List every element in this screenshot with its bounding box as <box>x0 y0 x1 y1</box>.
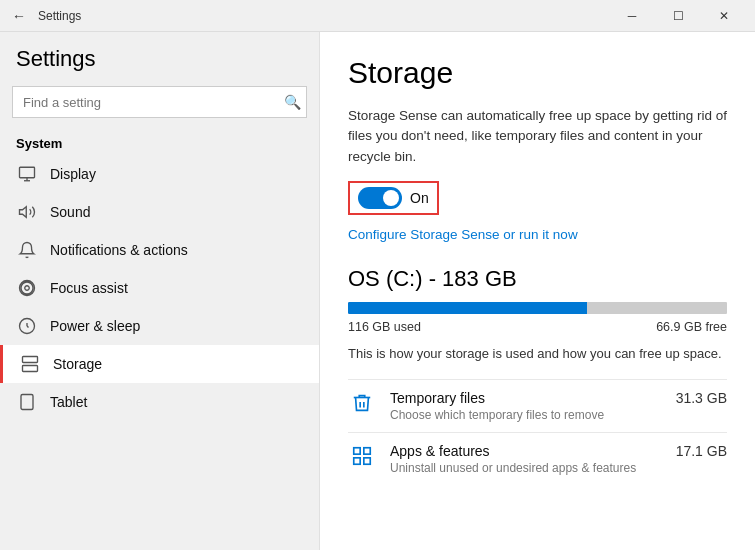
search-icon: 🔍 <box>284 94 301 110</box>
power-sleep-icon <box>16 317 38 335</box>
storage-detail-desc: This is how your storage is used and how… <box>348 344 727 364</box>
configure-link[interactable]: Configure Storage Sense or run it now <box>348 227 727 242</box>
svg-rect-12 <box>21 395 33 410</box>
used-label: 116 GB used <box>348 320 421 334</box>
storage-item-name: Temporary files <box>390 390 662 406</box>
storage-icon <box>19 355 41 373</box>
storage-item-info: Apps & features Uninstall unused or unde… <box>390 443 662 475</box>
sidebar-item-label-tablet: Tablet <box>50 394 87 410</box>
svg-rect-8 <box>23 357 38 363</box>
main-layout: Settings 🔍 System Display Sound Notifica… <box>0 32 755 550</box>
sidebar-item-tablet[interactable]: Tablet <box>0 383 319 421</box>
sidebar-item-sound[interactable]: Sound <box>0 193 319 231</box>
storage-item-sub: Choose which temporary files to remove <box>390 408 662 422</box>
window-controls: ─ ☐ ✕ <box>609 0 747 32</box>
sidebar-item-label-sound: Sound <box>50 204 90 220</box>
storage-item-size: 31.3 GB <box>676 390 727 406</box>
storage-sense-toggle[interactable] <box>358 187 402 209</box>
minimize-button[interactable]: ─ <box>609 0 655 32</box>
notifications-icon <box>16 241 38 259</box>
sidebar-section-label: System <box>0 128 319 155</box>
svg-rect-15 <box>364 448 370 454</box>
svg-rect-14 <box>354 448 360 454</box>
sidebar-item-display[interactable]: Display <box>0 155 319 193</box>
svg-rect-9 <box>23 366 38 372</box>
back-button[interactable]: ← <box>8 4 30 28</box>
storage-item-name: Apps & features <box>390 443 662 459</box>
title-bar: ← Settings ─ ☐ ✕ <box>0 0 755 32</box>
maximize-button[interactable]: ☐ <box>655 0 701 32</box>
sidebar-item-label-focus-assist: Focus assist <box>50 280 128 296</box>
sidebar-title: Settings <box>0 32 319 80</box>
apps-&-features-icon <box>348 445 376 472</box>
sidebar: Settings 🔍 System Display Sound Notifica… <box>0 32 320 550</box>
toggle-label: On <box>410 190 429 206</box>
sidebar-item-label-power-sleep: Power & sleep <box>50 318 140 334</box>
toggle-row: On <box>348 181 439 215</box>
svg-point-4 <box>25 286 30 291</box>
search-input[interactable] <box>12 86 307 118</box>
storage-items-container: Temporary files Choose which temporary f… <box>348 379 727 485</box>
close-button[interactable]: ✕ <box>701 0 747 32</box>
svg-rect-17 <box>364 458 370 464</box>
sidebar-item-notifications[interactable]: Notifications & actions <box>0 231 319 269</box>
storage-labels: 116 GB used 66.9 GB free <box>348 320 727 334</box>
storage-item: Temporary files Choose which temporary f… <box>348 379 727 432</box>
storage-item-size: 17.1 GB <box>676 443 727 459</box>
drive-title: OS (C:) - 183 GB <box>348 266 727 292</box>
svg-rect-0 <box>20 167 35 178</box>
sidebar-item-storage[interactable]: Storage <box>0 345 319 383</box>
sidebar-item-label-display: Display <box>50 166 96 182</box>
svg-marker-3 <box>20 207 27 218</box>
storage-bar <box>348 302 727 314</box>
display-icon <box>16 165 38 183</box>
storage-item: Apps & features Uninstall unused or unde… <box>348 432 727 485</box>
storage-item-sub: Uninstall unused or undesired apps & fea… <box>390 461 662 475</box>
svg-line-7 <box>27 326 29 328</box>
sidebar-item-power-sleep[interactable]: Power & sleep <box>0 307 319 345</box>
storage-bar-used <box>348 302 587 314</box>
storage-item-info: Temporary files Choose which temporary f… <box>390 390 662 422</box>
search-box: 🔍 <box>12 86 307 118</box>
sidebar-item-label-storage: Storage <box>53 356 102 372</box>
sidebar-item-label-notifications: Notifications & actions <box>50 242 188 258</box>
sidebar-items-container: Display Sound Notifications & actions Fo… <box>0 155 319 421</box>
storage-sense-description: Storage Sense can automatically free up … <box>348 106 727 167</box>
title-bar-title: Settings <box>38 9 609 23</box>
svg-rect-16 <box>354 458 360 464</box>
page-title: Storage <box>348 56 727 90</box>
focus-assist-icon <box>16 279 38 297</box>
content-area: Storage Storage Sense can automatically … <box>320 32 755 550</box>
sound-icon <box>16 203 38 221</box>
free-label: 66.9 GB free <box>656 320 727 334</box>
temporary-files-icon <box>348 392 376 419</box>
sidebar-item-focus-assist[interactable]: Focus assist <box>0 269 319 307</box>
tablet-icon <box>16 393 38 411</box>
